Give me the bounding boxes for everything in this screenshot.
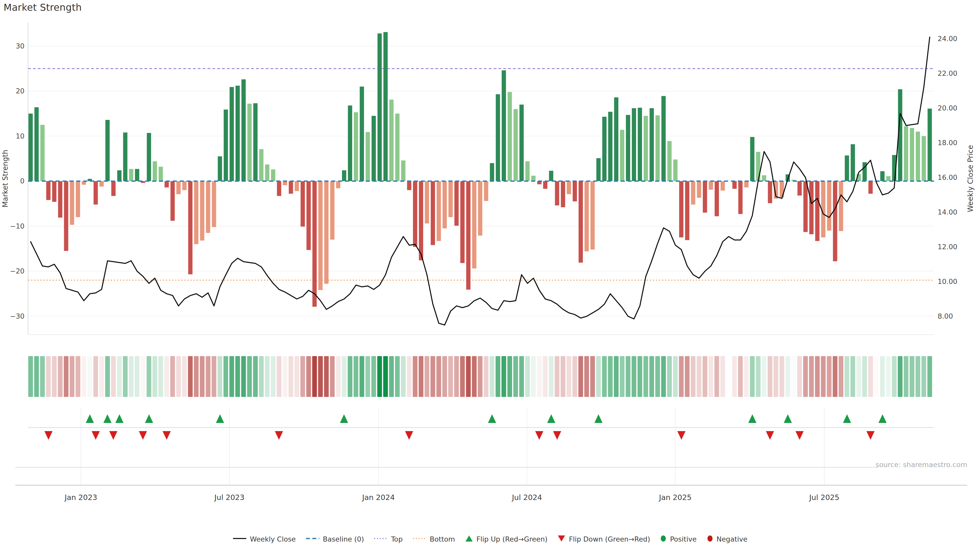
legend-item-label: Bottom [430, 535, 455, 543]
svg-text:Jan 2024: Jan 2024 [362, 493, 395, 502]
right-axis-tick-labels: 24.0022.0020.0018.0016.0014.0012.0010.00… [938, 35, 957, 320]
svg-text:Jul 2025: Jul 2025 [809, 493, 839, 502]
svg-text:Jul 2023: Jul 2023 [214, 493, 245, 502]
legend-item-line-black: Weekly Close [232, 535, 296, 543]
chart-legend: Weekly CloseBaseline (0)TopBottomFlip Up… [0, 535, 980, 543]
svg-text:16.00: 16.00 [938, 173, 957, 181]
legend-item-tri-down-red: Flip Down (Green→Red) [557, 535, 650, 543]
circle-red-icon [706, 535, 714, 543]
svg-text:24.00: 24.00 [938, 35, 957, 43]
legend-item-circle-red: Negative [706, 535, 748, 543]
svg-text:10.00: 10.00 [938, 278, 957, 286]
legend-item-label: Baseline (0) [323, 535, 364, 543]
legend-item-dot-orange: Bottom [412, 535, 455, 543]
legend-item-circle-green: Positive [660, 535, 697, 543]
svg-text:20.00: 20.00 [938, 104, 957, 112]
marker-panel-gridlines [81, 408, 824, 486]
circle-green-icon [660, 535, 667, 543]
svg-text:18.00: 18.00 [938, 139, 957, 147]
line-black-icon [232, 535, 247, 543]
dot-orange-icon [412, 535, 427, 543]
legend-item-label: Negative [717, 535, 748, 543]
legend-item-label: Top [391, 535, 403, 543]
left-axis-tick-labels: 3020100−10−20−30 [10, 42, 24, 320]
svg-text:8.00: 8.00 [938, 312, 953, 320]
svg-text:Jan 2025: Jan 2025 [659, 493, 692, 502]
svg-text:10: 10 [16, 132, 24, 140]
svg-text:30: 30 [16, 42, 24, 50]
right-axis-label: Weekly Close Price [966, 145, 975, 212]
legend-item-label: Flip Down (Green→Red) [569, 535, 650, 543]
left-axis-label: Market Strength [1, 150, 10, 207]
svg-text:22.00: 22.00 [938, 69, 957, 77]
legend-item-label: Weekly Close [250, 535, 296, 543]
svg-text:Jan 2023: Jan 2023 [64, 493, 97, 502]
svg-text:0: 0 [20, 177, 24, 185]
svg-text:12.00: 12.00 [938, 243, 957, 251]
svg-text:−10: −10 [10, 222, 24, 230]
svg-text:−30: −30 [10, 312, 24, 320]
tri-down-red-icon [557, 535, 566, 543]
legend-item-label: Positive [670, 535, 697, 543]
dot-purple-icon [374, 535, 388, 543]
dash-blue-icon [305, 535, 320, 543]
legend-item-dot-purple: Top [374, 535, 403, 543]
tri-up-green-icon [465, 535, 473, 543]
legend-item-label: Flip Up (Red→Green) [476, 535, 548, 543]
svg-text:Jul 2024: Jul 2024 [511, 493, 542, 502]
flip-up-markers [45, 414, 886, 440]
weekly-heatmap-strip [28, 356, 932, 397]
svg-text:14.00: 14.00 [938, 208, 957, 216]
legend-item-tri-up-green: Flip Up (Red→Green) [465, 535, 548, 543]
x-axis-date-labels: Jan 2023Jul 2023Jan 2024Jul 2024Jan 2025… [64, 493, 839, 502]
source-credit: source: sharemaestro.com [876, 461, 967, 468]
chart-canvas: 3020100−10−20−3024.0022.0020.0018.0016.0… [0, 0, 980, 551]
flip-down-markers [86, 414, 886, 423]
market-strength-dashboard: Market Strength 3020100−10−20−3024.0022.… [0, 0, 980, 551]
legend-item-dash-blue: Baseline (0) [305, 535, 364, 543]
market-strength-bars [29, 32, 932, 307]
svg-text:20: 20 [16, 87, 24, 95]
svg-text:−20: −20 [10, 267, 24, 275]
